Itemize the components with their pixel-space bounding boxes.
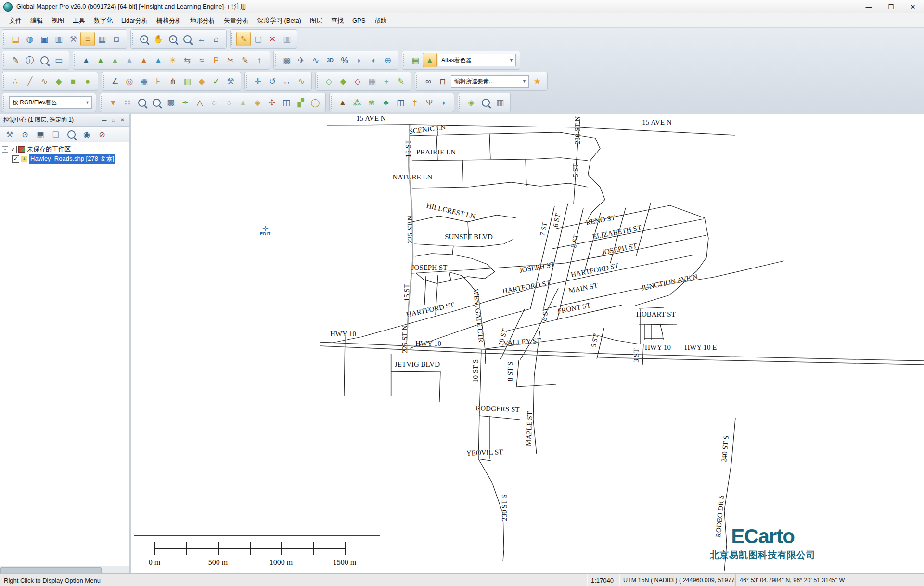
drone-photo-button[interactable]: ✣ [265, 95, 279, 110]
edit-attributes-button[interactable]: ▥ [280, 32, 294, 46]
module-puzzle-button[interactable]: ▞ [294, 95, 308, 110]
drag-handle[interactable] [3, 33, 6, 45]
hillshade-sun-button[interactable]: ☀ [166, 53, 180, 67]
terrain-layer-button[interactable]: ▲ [93, 53, 108, 67]
selected-layer-label[interactable]: Hawley_Roads.shp [278 要素] [29, 154, 115, 164]
collapse-expander-icon[interactable]: - [2, 146, 8, 153]
favorites-star-button[interactable]: ★ [530, 74, 544, 89]
terrain-sketch-button[interactable]: ✎ [238, 53, 252, 67]
menu-item-视图[interactable]: 视图 [47, 14, 68, 27]
vertex-edit-button[interactable]: ◇ [321, 74, 336, 89]
menu-item-矢量分析[interactable]: 矢量分析 [219, 14, 253, 27]
horizontal-scrollbar[interactable] [0, 566, 129, 573]
overview-map-button[interactable]: ▦ [95, 32, 109, 46]
profile-3d-path-button[interactable]: ∿ [308, 53, 323, 67]
drag-handle[interactable] [246, 75, 249, 88]
class-building-button[interactable]: ◫ [393, 95, 408, 110]
move-features-button[interactable]: ✛ [251, 74, 265, 89]
layer-options-button[interactable]: ⚒ [2, 127, 17, 141]
menu-item-Lidar分析[interactable]: Lidar分析 [117, 14, 152, 27]
menu-item-编辑[interactable]: 编辑 [26, 14, 47, 27]
drag-handle[interactable] [403, 54, 406, 66]
clamp-feature-button[interactable]: ⊓ [436, 74, 450, 89]
digitizer-edit-button[interactable]: ✎ [236, 32, 251, 46]
class-water-button[interactable]: ◗ [436, 95, 451, 110]
control-center-header[interactable]: 控制中心 (1 图层, 选定的 1) — □ ✕ [0, 114, 129, 127]
open-workspace-button[interactable]: ▤ [8, 32, 23, 46]
zoom-to-layer-button[interactable] [64, 127, 79, 141]
class-utility-pole-button[interactable]: † [408, 95, 422, 110]
zoom-tool-button[interactable]: + [137, 32, 151, 46]
screen-capture-button[interactable]: ◘ [109, 32, 124, 46]
edit-selected-features-dropdown[interactable]: 编辑所选要素...▼ [451, 75, 529, 88]
menu-item-查找[interactable]: 查找 [327, 14, 348, 27]
class-power-line-button[interactable]: Ψ [422, 95, 436, 110]
lasso-select-button[interactable]: ◯ [308, 95, 322, 110]
zoom-out-button[interactable]: − [180, 32, 194, 46]
drag-handle[interactable] [3, 96, 6, 109]
drag-handle[interactable] [101, 96, 104, 109]
validate-check-button[interactable]: ✓ [209, 74, 223, 89]
measure-angle-button[interactable]: ∠ [108, 74, 122, 89]
drag-handle[interactable] [231, 33, 234, 45]
save-workspace-button[interactable]: ▣ [37, 32, 51, 46]
delete-selected-button[interactable]: ✕ [265, 32, 280, 46]
drag-handle[interactable] [331, 96, 334, 109]
attach-link-button[interactable]: ∞ [421, 74, 436, 89]
menu-item-栅格分析[interactable]: 栅格分析 [152, 14, 186, 27]
panel-minimize-button[interactable]: — [100, 115, 109, 125]
view-3d-button[interactable]: 3D [323, 53, 337, 67]
mesh-terrain-button[interactable]: ▲ [236, 95, 250, 110]
snap-vertex-button[interactable]: + [379, 74, 394, 89]
snap-target-button[interactable]: ◎ [122, 74, 137, 89]
drag-handle[interactable] [3, 54, 6, 66]
grid-trim-button[interactable]: ▩ [280, 53, 294, 67]
workspace-label[interactable]: 未保存的工作区 [27, 145, 71, 153]
classify-points-button[interactable] [135, 95, 149, 110]
menu-item-图层[interactable]: 图层 [306, 14, 327, 27]
close-button[interactable]: ✕ [902, 0, 924, 13]
class-mountain-button[interactable]: ▲ [335, 95, 350, 110]
color-relief-layers-button[interactable]: ◈ [250, 95, 265, 110]
maximize-button[interactable]: ❐ [880, 0, 902, 13]
contour-lines-button[interactable]: ▲ [122, 53, 137, 67]
volume-percent-button[interactable]: % [337, 53, 352, 67]
panel-close-button[interactable]: ✕ [118, 115, 127, 125]
edit-geometry-wrench-button[interactable]: ⚒ [223, 74, 238, 89]
combine-areas-button[interactable]: ◆ [194, 74, 209, 89]
menu-item-地形分析[interactable]: 地形分析 [186, 14, 219, 27]
attribute-grid-button[interactable]: ▦ [137, 74, 151, 89]
lidar-color-mode-dropdown[interactable]: 按 RGB/Elev着色▼ [9, 96, 92, 109]
drag-handle[interactable] [3, 75, 6, 88]
cluster-b-button[interactable]: ◌ [221, 95, 236, 110]
create-rectangle-button[interactable]: ■ [66, 74, 80, 89]
drag-handle[interactable] [275, 54, 278, 66]
measure-tool-button[interactable]: ▭ [51, 53, 66, 67]
terrain-paint-button[interactable]: ▲ [108, 53, 122, 67]
feature-info-button[interactable]: ⓘ [23, 53, 37, 67]
create-point-button[interactable]: ∴ [8, 74, 23, 89]
pan-hand-button[interactable]: ✋ [151, 32, 166, 46]
trace-feature-button[interactable]: ✎ [394, 74, 408, 89]
water-level-drop-button[interactable]: ◖ [366, 53, 381, 67]
menu-item-文件[interactable]: 文件 [5, 14, 26, 27]
drag-handle[interactable] [103, 75, 106, 88]
select-features-button[interactable]: ▢ [251, 32, 265, 46]
select-points-button[interactable] [149, 95, 164, 110]
layer-metadata-button[interactable]: ⊙ [17, 127, 33, 141]
create-area-button[interactable]: ◆ [51, 74, 66, 89]
create-elevation-grid-button[interactable]: ▲ [79, 53, 93, 67]
flythrough-button[interactable]: ✈ [294, 53, 308, 67]
map-canvas[interactable]: ✛ EDIT 0 m500 m1000 m1500 m ECarto 北京易凯图… [131, 114, 924, 574]
zoom-in-button[interactable]: + [166, 32, 180, 46]
close-layer-button[interactable]: ⊘ [94, 127, 110, 141]
menu-item-工具[interactable]: 工具 [68, 14, 90, 27]
menu-item-深度学习Beta[interactable]: 深度学习 (Beta) [253, 14, 306, 27]
vertex-delete-button[interactable]: ◇ [350, 74, 365, 89]
filter-funnel-button[interactable]: ▼ [106, 95, 120, 110]
terrain-compare-button[interactable]: ⇆ [180, 53, 194, 67]
menu-item-GPS[interactable]: GPS [348, 15, 370, 26]
image-swatch-button[interactable]: ▦ [408, 53, 423, 67]
copy-features-button[interactable]: ▥ [180, 74, 194, 89]
drag-handle[interactable] [416, 75, 419, 88]
